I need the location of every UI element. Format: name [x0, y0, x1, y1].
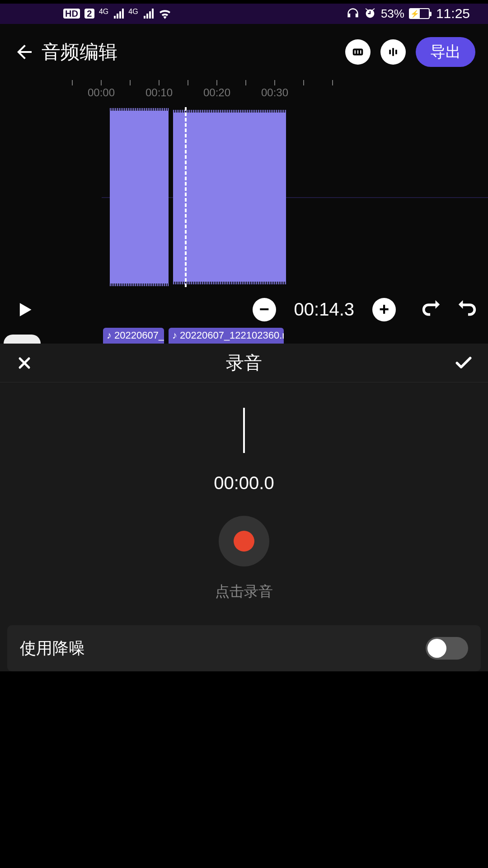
app-header: 音频编辑 导出 [0, 24, 488, 80]
signal-bars-2 [144, 9, 154, 19]
signal-bars-1 [114, 9, 124, 19]
undo-button[interactable] [418, 297, 444, 322]
net-label-2: 4G [128, 8, 138, 16]
audio-clip-wave-2[interactable] [173, 113, 286, 282]
effects-button[interactable] [345, 39, 371, 65]
battery-percent: 53% [381, 7, 404, 21]
music-note-icon: ♪ [107, 330, 112, 341]
letterbox-top [0, 0, 488, 4]
record-panel: 录音 00:00.0 点击录音 使用降噪 [0, 344, 488, 671]
close-button[interactable] [12, 350, 37, 376]
sim-badge: 2 [84, 9, 94, 19]
confirm-button[interactable] [451, 350, 476, 376]
export-button[interactable]: 导出 [416, 37, 475, 67]
headphones-icon [347, 7, 359, 20]
clip-1-label: 20220607_12.. [114, 330, 164, 341]
svg-rect-1 [355, 50, 356, 54]
clip-2[interactable]: ♪ 20220607_122102360.mp3 0.. [169, 328, 284, 344]
alarm-icon [364, 7, 376, 20]
svg-rect-2 [357, 50, 359, 54]
music-note-icon: ♪ [172, 330, 177, 341]
hd-badge: HD [63, 9, 80, 19]
zoom-out-button[interactable]: − [253, 298, 276, 321]
panel-title: 录音 [226, 350, 262, 375]
wifi-icon [158, 8, 172, 19]
waveform-canvas[interactable] [0, 107, 488, 287]
time-ruler: 00:00 00:10 00:20 00:30 [0, 80, 488, 102]
clock-time: 11:25 [436, 6, 470, 21]
play-button[interactable] [8, 294, 40, 326]
clip-1[interactable]: ♪ 20220607_12.. [103, 328, 164, 344]
status-bar: HD 2 4G 4G 53% ⚡ 11:25 [0, 4, 488, 24]
svg-rect-3 [360, 50, 361, 54]
noise-reduction-row: 使用降噪 [7, 625, 481, 671]
zoom-in-button[interactable]: + [372, 298, 396, 321]
audio-clip-wave-1[interactable] [110, 111, 169, 283]
letterbox-bottom [0, 671, 488, 868]
equalizer-button[interactable] [380, 39, 406, 65]
clip-timeline[interactable]: ♪ 20220607_12.. ♪ 20220607_122102360.mp3… [0, 328, 488, 344]
svg-rect-6 [395, 50, 397, 54]
page-title: 音频编辑 [42, 39, 345, 65]
svg-rect-4 [389, 50, 391, 54]
handle-pill[interactable] [4, 335, 41, 344]
waveform-editor[interactable]: 00:00 00:10 00:20 00:30 [0, 80, 488, 292]
playhead[interactable] [185, 107, 187, 287]
clip-2-label: 20220607_122102360.mp3 0.. [180, 330, 284, 341]
transport-bar: − 00:14.3 + [0, 292, 488, 328]
battery-icon: ⚡ [409, 8, 430, 19]
noise-reduction-label: 使用降噪 [20, 637, 85, 660]
back-button[interactable] [11, 38, 38, 66]
record-button[interactable] [219, 516, 269, 566]
net-label-1: 4G [99, 8, 108, 16]
current-time: 00:14.3 [294, 299, 354, 320]
record-dot-icon [234, 531, 254, 552]
noise-reduction-toggle[interactable] [426, 637, 468, 660]
redo-button[interactable] [455, 297, 480, 322]
svg-rect-5 [392, 48, 394, 56]
record-time: 00:00.0 [214, 473, 274, 493]
level-indicator [243, 408, 245, 453]
record-hint: 点击录音 [215, 582, 273, 602]
